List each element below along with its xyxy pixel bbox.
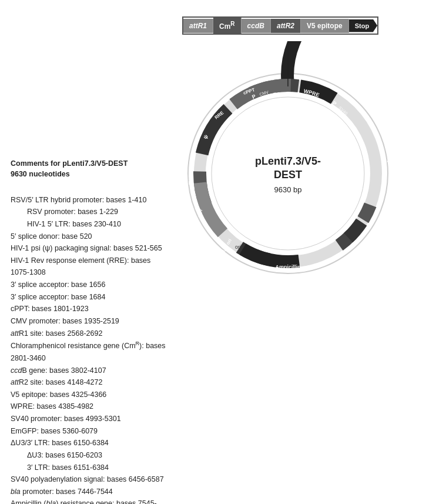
label-prsv-sub: RSV [197, 208, 203, 218]
plasmid-name2: DEST [274, 169, 302, 181]
label-ori: ori [235, 244, 241, 250]
legend-attR2: attR2 [271, 19, 301, 33]
legend-bar: attR1 CmR ccdB attR2 V5 epitope Stop [182, 16, 378, 35]
legend-attR1: attR1 [183, 19, 213, 33]
label-u3ltr: ΔU3/3′ LTR [374, 224, 392, 248]
legend-v5: V5 epitope [301, 19, 349, 33]
plasmid-size: 9630 bp [274, 185, 302, 194]
legend-stop: Stop [349, 19, 377, 32]
legend-cmr: CmR [213, 18, 242, 34]
plasmid-name: pLenti7.3/V5- [255, 155, 321, 167]
comments-header: Comments for pLenti7.3/V5-DEST 9630 nucl… [11, 159, 169, 179]
label-sv40pa: SV40 pA [334, 262, 343, 282]
label-emgfp: EmGFP [386, 158, 406, 171]
annotations-block: Comments for pLenti7.3/V5-DEST 9630 nucl… [11, 159, 169, 504]
plasmid-diagram: WPRE P CMV P SV40 EmGFP ΔU3/3′ LTR SV40 … [159, 41, 417, 300]
legend-ccdb: ccdB [242, 19, 271, 33]
label-5ltr: /5′ LTR [188, 172, 192, 185]
label-ampicillin: Ampicillin [275, 264, 300, 270]
